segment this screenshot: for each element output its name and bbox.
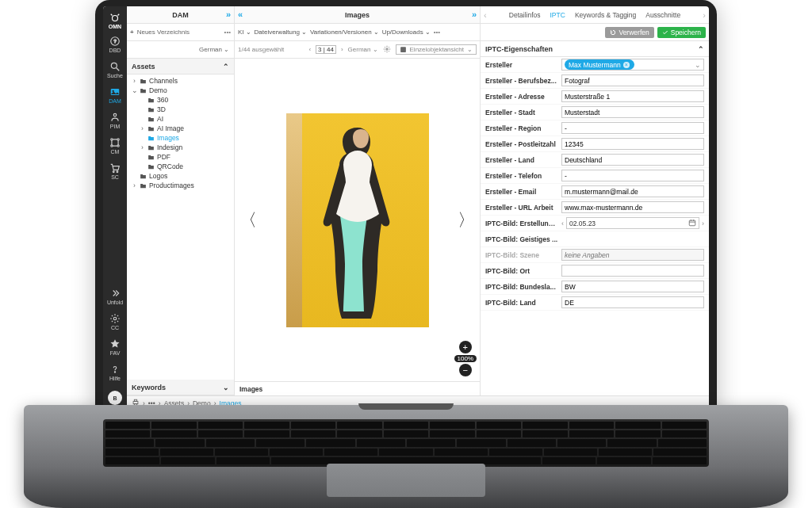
chevron-down-icon[interactable]: ⌄ <box>695 61 701 69</box>
rail-sc[interactable]: SC <box>103 159 127 185</box>
property-input[interactable] <box>561 122 704 134</box>
tab-iptc[interactable]: IPTC <box>546 11 569 19</box>
property-label: Ersteller - URL Arbeit <box>485 204 558 212</box>
more-icon[interactable]: ••• <box>224 29 231 36</box>
user-avatar[interactable]: B <box>108 391 122 405</box>
property-input[interactable] <box>561 90 704 102</box>
property-label: Ersteller - Region <box>485 124 558 132</box>
preview-image[interactable] <box>286 113 429 327</box>
page-next-icon[interactable]: › <box>341 46 343 53</box>
language-select-left[interactable]: German <box>199 46 222 53</box>
rail-suche[interactable]: Suche <box>103 58 127 83</box>
rail-cm[interactable]: CM <box>103 134 127 159</box>
tabs-next-icon[interactable]: › <box>703 10 706 20</box>
language-select-mid[interactable]: German⌄ <box>348 46 378 53</box>
right-tabs: ‹ DetailinfosIPTCKeywords & TaggingAussc… <box>481 6 709 24</box>
property-label: Ersteller - Stadt <box>485 109 558 116</box>
toolbar-menu[interactable]: Up/Downloads⌄ <box>382 29 431 36</box>
tree-node[interactable]: 360 <box>127 95 234 105</box>
rail-dbd[interactable]: ?DBD <box>103 32 127 58</box>
tree-node[interactable]: QRCode <box>127 162 234 171</box>
date-input[interactable]: 02.05.23 <box>566 217 699 229</box>
app-rail: OMN ?DBD Suche DAM PIM CM SC Unfold CC F… <box>103 6 127 410</box>
tree-node[interactable]: Images <box>127 133 234 143</box>
property-row: Ersteller - Land <box>481 152 709 168</box>
svg-point-0 <box>113 16 118 21</box>
rail-unfold[interactable]: Unfold <box>103 285 127 310</box>
discard-button[interactable]: Verwerfen <box>605 27 653 38</box>
tree-node[interactable]: AI <box>127 114 234 124</box>
iptc-section-header[interactable]: IPTC-Eigenschaften⌃ <box>481 41 709 57</box>
svg-point-13 <box>117 171 118 173</box>
date-next-icon[interactable]: › <box>702 220 704 227</box>
collapse-mid-icon[interactable]: » <box>472 10 477 19</box>
property-input[interactable] <box>561 185 704 197</box>
page-indicator[interactable]: 3 | 44 <box>316 45 336 54</box>
property-label: Ersteller - Adresse <box>485 93 558 101</box>
property-row: Ersteller - Berufsbez... <box>481 73 709 89</box>
calendar-icon[interactable] <box>688 219 696 228</box>
view-mode-select[interactable]: Einzelobjektansicht⌄ <box>396 44 477 55</box>
property-row: Ersteller - Postleitzahl <box>481 136 709 152</box>
collapse-left-icon[interactable]: » <box>226 10 231 19</box>
prev-image-button[interactable]: 〈 <box>239 208 257 232</box>
tree-node[interactable]: ›Indesign <box>127 143 234 152</box>
expand-left-icon[interactable]: « <box>238 10 243 19</box>
date-prev-icon[interactable]: ‹ <box>561 220 564 227</box>
tree-node[interactable]: PDF <box>127 152 234 162</box>
property-input[interactable] <box>561 265 704 277</box>
property-label: IPTC-Bild: Szene <box>485 251 558 259</box>
tree-node[interactable]: ›Productimages <box>127 181 234 190</box>
tab-keywords-tagging[interactable]: Keywords & Tagging <box>571 11 640 19</box>
rail-pim[interactable]: PIM <box>103 109 127 134</box>
save-button[interactable]: Speichern <box>657 27 706 38</box>
remove-chip-icon[interactable]: × <box>623 62 630 68</box>
tab-detailinfos[interactable]: Detailinfos <box>505 11 545 19</box>
tree-node[interactable]: ›AI Image <box>127 124 234 133</box>
property-input[interactable] <box>561 138 704 150</box>
toolbar-menu[interactable]: Dateiverwaltung⌄ <box>255 29 307 36</box>
tree-node[interactable]: ›Channels <box>127 76 234 86</box>
middle-panel: « Images » KI⌄Dateiverwaltung⌄Variatione… <box>235 6 481 395</box>
rail-hilfe[interactable]: Hilfe <box>103 361 127 386</box>
svg-point-3 <box>111 63 117 68</box>
property-row: Ersteller - Email <box>481 184 709 200</box>
property-input[interactable] <box>561 170 704 181</box>
zoom-in-button[interactable]: + <box>459 341 472 353</box>
gear-icon[interactable] <box>383 45 391 55</box>
property-input[interactable] <box>561 296 704 308</box>
next-image-button[interactable]: 〉 <box>458 208 475 232</box>
property-input[interactable] <box>561 154 704 166</box>
property-input[interactable] <box>561 74 704 86</box>
tabs-prev-icon[interactable]: ‹ <box>484 10 487 20</box>
toolbar-menu[interactable]: KI⌄ <box>238 29 251 36</box>
tab-ausschnitte[interactable]: Ausschnitte <box>642 11 684 19</box>
page-prev-icon[interactable]: ‹ <box>308 46 311 53</box>
toolbar-menu[interactable]: Variationen/Versionen⌄ <box>310 29 379 36</box>
property-input[interactable] <box>561 106 704 118</box>
chevron-down-icon: ⌄ <box>373 29 379 36</box>
new-directory-button[interactable]: Neues Verzeichnis <box>137 29 190 36</box>
collapse-icon: ⌃ <box>223 63 229 71</box>
assets-panel-header[interactable]: Assets⌃ <box>127 59 234 74</box>
add-icon[interactable]: + <box>130 29 134 36</box>
svg-rect-22 <box>133 401 138 403</box>
tree-node[interactable]: 3D <box>127 105 234 114</box>
rail-fav[interactable]: FAV <box>103 335 127 361</box>
property-input[interactable] <box>561 201 704 213</box>
svg-point-10 <box>111 145 113 147</box>
tree-node[interactable]: Logos <box>127 171 234 181</box>
svg-rect-23 <box>134 399 136 401</box>
creator-chip[interactable]: Max Mustermann× <box>565 59 634 70</box>
zoom-out-button[interactable]: − <box>459 364 472 376</box>
rail-cc[interactable]: CC <box>103 310 127 335</box>
keywords-panel-header[interactable]: Keywords⌄ <box>127 380 234 395</box>
property-row: Ersteller - Telefon <box>481 168 709 184</box>
property-row: Ersteller - Region <box>481 120 709 136</box>
rail-dam[interactable]: DAM <box>103 83 127 109</box>
tree-node[interactable]: ⌄Demo <box>127 86 234 95</box>
property-row: IPTC-Bild: Bundesla... <box>481 279 709 295</box>
property-input[interactable] <box>561 281 704 292</box>
svg-point-11 <box>117 145 119 147</box>
toolbar-more-icon[interactable]: ••• <box>434 29 440 36</box>
